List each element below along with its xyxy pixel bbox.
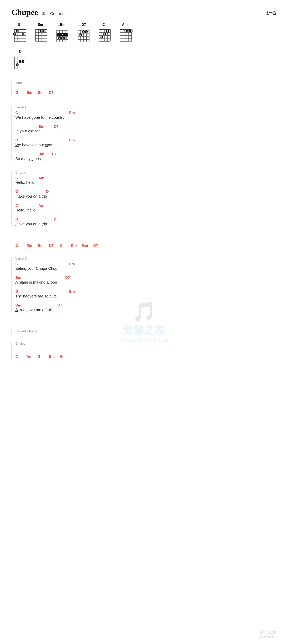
chord-Bm-va2b: Bm: [38, 124, 54, 129]
lyric-va2: In your old car __: [15, 129, 277, 133]
chord-above-vb1: G Em: [15, 262, 277, 266]
svg-text:1: 1: [19, 60, 21, 63]
chord-grid-Bm: 1 2 3 4: [54, 28, 69, 44]
chord-above-4: Bm D7: [15, 152, 277, 156]
chord-G-vb3: G: [15, 289, 69, 294]
svg-text:2: 2: [14, 33, 15, 35]
lyric-c4: I take you on a trip: [15, 222, 277, 226]
chord-diagram-Bm: × Bm 1 2: [54, 23, 69, 44]
chord-G-c4: G: [15, 217, 54, 222]
svg-text:3: 3: [44, 30, 45, 32]
chord-G-intro: G: [15, 90, 25, 95]
chord-name-D7: D7: [82, 23, 86, 27]
chord-diagram-D: × D 1 2 3: [11, 50, 27, 70]
header: Chupee 唱: Cocoon 1=G: [11, 8, 277, 17]
chord-D7-va4: D7: [52, 152, 61, 156]
lyric-vb1: Eating your Chupa Chup: [15, 266, 277, 271]
chord-Bm-va4: Bm: [38, 152, 52, 156]
svg-text:1: 1: [62, 34, 63, 36]
chord-Bm-va4-spacer: [15, 152, 38, 156]
section-intro: Intro G Em Bm D7: [11, 81, 277, 96]
chord-Em-int2: Em: [71, 244, 81, 248]
lyric-va4: So many times__: [15, 156, 277, 161]
section-label-verse-b: Verse B: [15, 257, 277, 260]
chord-Am-end: Am: [26, 354, 36, 359]
svg-text:1: 1: [83, 31, 84, 33]
section-label-verse-a: Verse A: [15, 106, 277, 109]
chord-Bm-intro: Bm: [38, 90, 47, 95]
svg-text:3: 3: [128, 30, 129, 32]
lyric-va3: We have lost our way: [15, 143, 277, 147]
lyric-va1: We have gone to the country: [15, 115, 277, 120]
section-ending: Ending C Am G Bm G: [11, 342, 277, 360]
interlude-chords: G Em Bm D7 G Em Bm D7: [11, 244, 277, 248]
chord-Am-c1: Am: [38, 176, 48, 180]
svg-text:3: 3: [101, 36, 102, 38]
section-label-intro: Intro: [15, 81, 277, 85]
chord-grid-C: 1 2 3: [96, 28, 111, 43]
chord-Em-va3: Em: [69, 138, 79, 143]
svg-text:3: 3: [62, 37, 63, 39]
section-content-verse-a: Verse A G Em We have gone to the country…: [15, 106, 277, 161]
chord-D7-int2: D7: [93, 244, 103, 248]
footer-text-en: yinyuezj.com: [259, 635, 277, 638]
section-label-ending: Ending: [15, 342, 277, 346]
chord-G-c2: G: [15, 189, 46, 194]
chord-above-c4: G D: [15, 217, 277, 222]
svg-text:3: 3: [80, 34, 81, 36]
svg-text:2: 2: [22, 60, 24, 63]
chord-Bm-vb2: Bm: [15, 275, 65, 280]
chord-diagrams-row2: × D 1 2 3: [11, 50, 277, 70]
chord-G-int: G: [15, 244, 25, 248]
section-content-intro: Intro G Em Bm D7: [15, 81, 277, 96]
chord-diagram-D7: × D7 1 2: [75, 23, 90, 44]
chord-Em-int: Em: [26, 244, 36, 248]
chord-D7-intro: D7: [49, 90, 58, 95]
section-bar-chorus: [11, 171, 12, 226]
chord-above-vb4: Bm D7: [15, 303, 277, 308]
chord-above-c3: C Am: [15, 203, 277, 208]
chord-diagram-G: G 1 3: [11, 23, 27, 43]
chord-above-c2: G D: [15, 189, 277, 194]
chord-G-end2: G: [60, 354, 69, 359]
lyric-c2: I take you on a trip: [15, 194, 277, 198]
lyric-vb2: A plane is making a loop: [15, 280, 277, 284]
chord-grid-D7: 1 2 3: [75, 28, 90, 44]
chord-D7-vb2: D7: [65, 275, 75, 280]
section-chorus: Chorus C Am Hello, hello G D I take you …: [11, 171, 277, 226]
chord-C-end: C: [15, 354, 25, 359]
chord-grid-Em: 2 3: [33, 28, 48, 43]
section-label-chorus: Chorus: [15, 171, 277, 174]
chord-row-ending: C Am G Bm G: [15, 354, 277, 359]
chord-name-Am: Am: [122, 23, 128, 27]
key-info: 1=G: [266, 10, 277, 16]
chord-grid-D: 1 2 3: [11, 55, 27, 70]
chord-name-C: C: [103, 23, 105, 27]
svg-text:2: 2: [59, 37, 60, 39]
chord-diagrams: G 1 3: [11, 23, 277, 44]
section-verse-b: Verse B G Em Eating your Chupa Chup Bm D…: [11, 257, 277, 312]
chord-D-c4: D: [54, 217, 63, 222]
lyric-c1: Hello, hello: [15, 180, 277, 185]
chord-row-interlude: G Em Bm D7 G Em Bm D7: [15, 244, 277, 248]
chord-Bm-end: Bm: [49, 354, 58, 359]
lyric-vb3: The beavers are so cute: [15, 294, 277, 298]
svg-text:2: 2: [41, 30, 42, 32]
section-bar-verse-b: [11, 257, 12, 312]
svg-text:1: 1: [131, 30, 132, 32]
chord-D7-int: D7: [49, 244, 58, 248]
chord-above-c1: C Am: [15, 176, 277, 180]
chord-name-D: D: [19, 50, 22, 54]
section-bar-intro: [11, 81, 12, 96]
chord-G-va3: G: [15, 138, 69, 143]
song-title: Chupee: [11, 8, 38, 17]
chord-above-vb2: Bm D7: [15, 275, 277, 280]
chord-above-3: G Em: [15, 138, 277, 143]
chord-grid-Am: 1 2 3: [117, 28, 133, 43]
chord-Em-vb1: Em: [69, 262, 79, 266]
chord-D7-va2: D7: [54, 124, 63, 129]
lyric-vb4: A tree gave me a fruit: [15, 308, 277, 312]
section-label-repeat-chorus: Repeat Chorus: [15, 330, 277, 333]
chord-C-c1: C: [15, 176, 38, 180]
section-bar-ending: [11, 342, 12, 360]
